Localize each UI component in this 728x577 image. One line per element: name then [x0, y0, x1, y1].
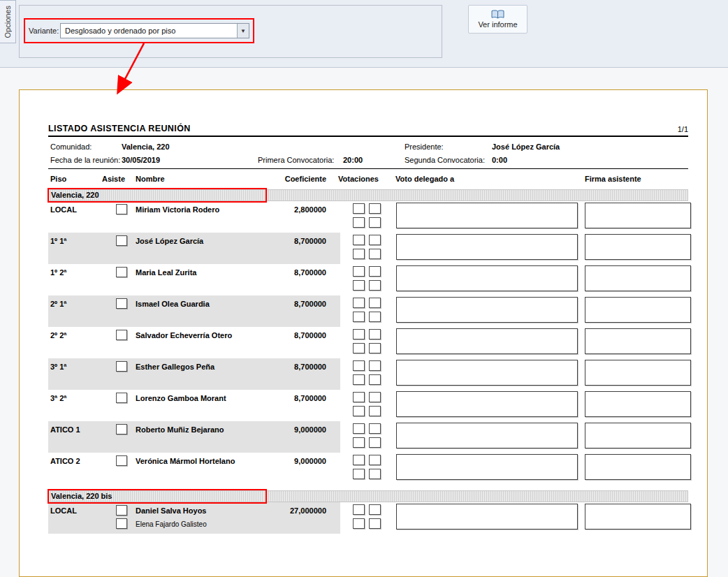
- row-nombre: Miriam Victoria Rodero: [136, 205, 219, 214]
- col-nombre: Nombre: [136, 175, 165, 183]
- page-title: LISTADO ASISTENCIA REUNIÓN: [48, 124, 191, 133]
- row-nombre: Daniel Salva Hoyos: [136, 506, 207, 515]
- votaciones-grid: [353, 392, 381, 416]
- table-row: 1º 1ªJosé López García8,700000: [48, 233, 688, 264]
- votacion-checkbox: [369, 392, 381, 402]
- row-nombre: José López García: [136, 237, 203, 245]
- votaciones-grid: [353, 203, 381, 228]
- row-coeficiente: 27,000000: [251, 506, 326, 515]
- row-coeficiente: 8,700000: [251, 300, 326, 308]
- votacion-checkbox: [353, 374, 365, 385]
- voto-delegado-box: [396, 423, 578, 448]
- votacion-checkbox: [353, 518, 365, 529]
- firma-asistente-box: [585, 504, 691, 529]
- votacion-checkbox: [353, 203, 365, 214]
- votacion-checkbox: [369, 518, 381, 529]
- report-body: Valencia, 220LOCALMiriam Victoria Rodero…: [48, 189, 688, 534]
- voto-delegado-box: [396, 504, 578, 529]
- ver-informe-label: Ver informe: [478, 20, 517, 29]
- col-coeficiente: Coeficiente: [251, 175, 326, 183]
- voto-delegado-box: [396, 360, 578, 386]
- row-coeficiente: 9,000000: [251, 425, 326, 434]
- tab-opciones[interactable]: Opciones: [0, 0, 16, 43]
- row-piso: LOCAL: [50, 205, 77, 214]
- asiste-checkbox: [116, 424, 127, 434]
- page-indicator: 1/1: [678, 125, 688, 133]
- report-preview-area: LISTADO ASISTENCIA REUNIÓN 1/1 Comunidad…: [0, 68, 728, 577]
- annotation-rect-group: [48, 489, 267, 504]
- votaciones-grid: [353, 235, 381, 259]
- firma-asistente-box: [585, 423, 691, 448]
- votaciones-grid: [353, 423, 381, 448]
- row-coeficiente: 2,800000: [251, 205, 326, 214]
- votacion-checkbox: [369, 203, 381, 214]
- votaciones-grid: [353, 455, 381, 479]
- asiste-checkbox: [116, 235, 127, 246]
- firma-asistente-box: [585, 328, 691, 354]
- col-firma-asistente: Firma asistente: [585, 175, 641, 183]
- variante-dropdown-value: Desglosado y ordenado por piso: [61, 24, 237, 38]
- table-row: ATICO 2Verónica Mármol Hortelano9,000000: [48, 453, 688, 484]
- row-nombre: Verónica Mármol Hortelano: [136, 457, 235, 465]
- options-panel: Variante: Desglosado y ordenado por piso…: [19, 5, 442, 58]
- table-row: LOCALMiriam Victoria Rodero2,800000: [48, 201, 688, 233]
- votacion-checkbox: [369, 266, 381, 277]
- variante-label: Variante:: [29, 27, 59, 35]
- table-row: 2º 1ªIsmael Olea Guardia8,700000: [48, 295, 688, 327]
- row-coeficiente: 9,000000: [251, 457, 326, 465]
- row-piso: 3ª 2ª: [50, 394, 66, 402]
- table-row: ATICO 1Roberto Muñiz Bejarano9,000000: [48, 421, 688, 453]
- row-coeficiente: 8,700000: [251, 363, 326, 371]
- voto-delegado-box: [396, 234, 578, 260]
- chevron-down-icon[interactable]: ▼: [237, 24, 249, 38]
- row-coeficiente: 8,700000: [251, 237, 326, 245]
- row-piso: 1º 1ª: [50, 237, 66, 245]
- asiste-checkbox: [116, 518, 127, 529]
- comunidad-value: Valencia, 220: [122, 143, 170, 151]
- table-row: 3ª 2ªLorenzo Gamboa Morant8,700000: [48, 390, 688, 421]
- tab-opciones-label: Opciones: [3, 6, 12, 38]
- primera-convocatoria-label: Primera Convocatoria:: [258, 156, 334, 164]
- ver-informe-button[interactable]: Ver informe: [468, 5, 527, 34]
- asiste-checkbox: [116, 204, 127, 214]
- votacion-checkbox: [369, 217, 381, 228]
- asiste-checkbox: [116, 505, 127, 516]
- row-piso: 2º 1ª: [50, 300, 66, 308]
- firma-asistente-box: [585, 203, 691, 228]
- fecha-label: Fecha de la reunión:: [50, 156, 120, 164]
- row-piso: 1º 2ª: [50, 268, 66, 277]
- votacion-checkbox: [369, 360, 381, 371]
- presidente-value: José López García: [492, 143, 560, 151]
- votacion-checkbox: [353, 343, 365, 353]
- row-nombre: Salvador Echeverría Otero: [136, 331, 232, 339]
- votacion-checkbox: [369, 329, 381, 339]
- table-row: 2º 2ªSalvador Echeverría Otero8,700000: [48, 327, 688, 358]
- row-coeficiente: 8,700000: [251, 331, 326, 339]
- votacion-checkbox: [353, 249, 365, 259]
- votacion-checkbox: [353, 437, 365, 448]
- segunda-convocatoria-label: Segunda Convocatoria:: [405, 156, 485, 164]
- fecha-value: 30/05/2019: [122, 156, 160, 164]
- row-piso: 3º 1ª: [50, 363, 66, 371]
- row-nombre: Esther Gallegos Peña: [136, 363, 214, 371]
- votacion-checkbox: [353, 312, 365, 322]
- votacion-checkbox: [369, 406, 381, 416]
- firma-asistente-box: [585, 391, 691, 417]
- row-piso: ATICO 1: [50, 425, 80, 434]
- votacion-checkbox: [369, 423, 381, 434]
- col-votaciones: Votaciones: [338, 175, 379, 183]
- votacion-checkbox: [369, 374, 381, 385]
- votacion-checkbox: [353, 504, 365, 515]
- voto-delegado-box: [396, 454, 578, 480]
- row-piso: LOCAL: [50, 506, 77, 515]
- segunda-convocatoria-value: 0:00: [492, 156, 507, 164]
- voto-delegado-box: [396, 328, 578, 354]
- votacion-checkbox: [353, 455, 365, 465]
- variante-dropdown[interactable]: Desglosado y ordenado por piso ▼: [60, 23, 249, 38]
- votacion-checkbox: [353, 298, 365, 308]
- asiste-checkbox: [116, 267, 127, 277]
- votacion-checkbox: [369, 455, 381, 465]
- votacion-checkbox: [353, 406, 365, 416]
- voto-delegado-box: [396, 265, 578, 291]
- row-nombre-secondary: Elena Fajardo Galisteo: [136, 520, 207, 528]
